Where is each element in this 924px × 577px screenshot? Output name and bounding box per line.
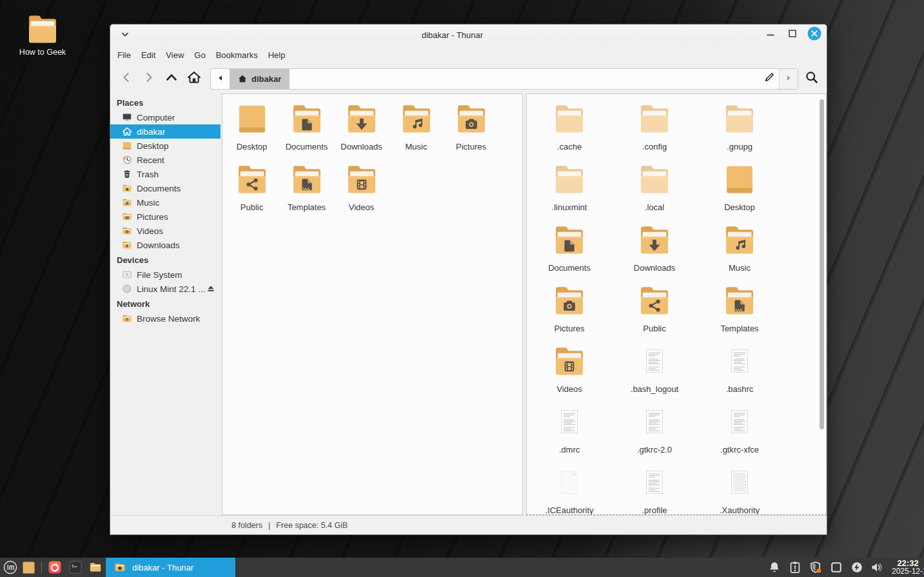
tray-volume-button[interactable] bbox=[871, 561, 884, 574]
titlebar[interactable]: dibakar - Thunar bbox=[110, 24, 827, 45]
file-item-pictures[interactable]: Pictures bbox=[444, 94, 498, 155]
folder-templates-icon bbox=[291, 164, 322, 195]
file-item-label: Templates bbox=[288, 203, 326, 212]
file-item-cache[interactable]: .cache bbox=[527, 94, 612, 155]
sidebar-item-recent[interactable]: Recent bbox=[110, 153, 221, 167]
file-item-music[interactable]: Music bbox=[697, 215, 782, 276]
taskbar-launcher-show-desktop[interactable] bbox=[21, 558, 36, 577]
file-item-bash-logout[interactable]: .bash_logout bbox=[612, 337, 697, 397]
sidebar-item-videos[interactable]: Videos bbox=[110, 224, 221, 238]
home-button[interactable] bbox=[182, 68, 205, 89]
back-button[interactable] bbox=[115, 68, 137, 89]
tray-security-button[interactable] bbox=[809, 561, 822, 574]
sidebar-item-file-system[interactable]: File System bbox=[110, 268, 221, 282]
firefox-icon bbox=[48, 561, 61, 574]
sidebar-item-label: Recent bbox=[137, 155, 164, 165]
sidebar-item-pictures[interactable]: Pictures bbox=[110, 210, 221, 224]
file-item-public[interactable]: Public bbox=[224, 155, 279, 215]
close-button[interactable] bbox=[807, 28, 821, 42]
file-item-config[interactable]: .config bbox=[612, 94, 697, 155]
eject-icon[interactable] bbox=[206, 284, 216, 294]
file-item-gtkrc-xfce[interactable]: .gtkrc-xfce bbox=[697, 397, 782, 458]
taskbar: $ dibakar - Thunar bbox=[0, 558, 924, 577]
file-item-templates[interactable]: Templates bbox=[279, 155, 334, 215]
minimize-button[interactable] bbox=[763, 28, 777, 42]
taskbar-window-button[interactable]: dibakar - Thunar bbox=[106, 558, 235, 577]
file-item-local[interactable]: .local bbox=[612, 155, 697, 215]
file-item-music[interactable]: Music bbox=[389, 94, 444, 155]
file-item-dmrc[interactable]: .dmrc bbox=[527, 397, 612, 458]
menu-item-bookmarks[interactable]: Bookmarks bbox=[211, 48, 263, 63]
file-item-label: Videos bbox=[556, 385, 582, 394]
file-item-profile[interactable]: .profile bbox=[612, 458, 697, 515]
file-item-documents[interactable]: Documents bbox=[279, 94, 334, 155]
file-item-gtkrc-2-0[interactable]: .gtkrc-2.0 bbox=[612, 397, 697, 458]
forward-icon bbox=[143, 72, 155, 86]
file-item-downloads[interactable]: Downloads bbox=[612, 215, 697, 276]
taskbar-launcher-files[interactable] bbox=[88, 558, 103, 577]
sidebar-item-documents[interactable]: Documents bbox=[110, 181, 221, 195]
file-item-xauthority[interactable]: .Xauthority bbox=[697, 458, 782, 515]
folder-videos-icon bbox=[554, 346, 585, 377]
menu-item-view[interactable]: View bbox=[161, 48, 189, 63]
file-item-desktop[interactable]: Desktop bbox=[697, 155, 782, 215]
file-item-label: .ICEauthority bbox=[545, 506, 593, 515]
taskbar-launcher-mint-menu[interactable] bbox=[3, 558, 18, 577]
file-item-public[interactable]: Public bbox=[612, 276, 697, 337]
tray-updates-button[interactable] bbox=[789, 561, 801, 574]
sb-folder-downloads-icon bbox=[122, 240, 132, 250]
status-free-space: Free space: 5.4 GiB bbox=[276, 521, 348, 530]
file-item-videos[interactable]: Videos bbox=[334, 155, 389, 215]
file-item-label: .dmrc bbox=[559, 445, 580, 455]
file-item-gnupg[interactable]: .gnupg bbox=[697, 94, 782, 155]
sidebar-item-trash[interactable]: Trash bbox=[110, 167, 221, 181]
sidebar-item-dibakar[interactable]: dibakar bbox=[110, 124, 221, 139]
tray-power-button[interactable] bbox=[850, 561, 863, 574]
sidebar-item-browse-network[interactable]: Browse Network bbox=[110, 311, 221, 326]
menu-item-go[interactable]: Go bbox=[189, 48, 210, 63]
taskbar-clock[interactable]: 22:32 2025-12-11 bbox=[892, 559, 924, 576]
file-item-linuxmint[interactable]: .linuxmint bbox=[527, 155, 612, 215]
folder-documents-icon bbox=[291, 103, 322, 134]
sidebar-item-label: Computer bbox=[137, 113, 175, 122]
taskbar-separator bbox=[41, 562, 42, 573]
path-scroll-left-button[interactable] bbox=[211, 69, 230, 89]
file-pane-right[interactable]: .cache .config .gnupg .linuxmint .local … bbox=[526, 93, 827, 515]
tray-notifications-button[interactable] bbox=[768, 561, 781, 574]
file-item-desktop[interactable]: Desktop bbox=[224, 94, 279, 155]
show-desktop-icon bbox=[23, 562, 35, 574]
edit-path-button[interactable] bbox=[760, 69, 779, 89]
sidebar-item-music[interactable]: Music bbox=[110, 195, 221, 210]
forward-button[interactable] bbox=[137, 68, 160, 89]
file-item-iceauthority[interactable]: .ICEauthority bbox=[527, 458, 612, 515]
file-item-pictures[interactable]: Pictures bbox=[527, 276, 612, 337]
search-button[interactable] bbox=[801, 68, 823, 89]
taskbar-launcher-terminal[interactable]: $ bbox=[68, 558, 83, 577]
tray-workspace-button[interactable] bbox=[830, 561, 843, 574]
path-entry[interactable] bbox=[290, 69, 760, 89]
menu-item-help[interactable]: Help bbox=[263, 48, 291, 63]
toolbar: dibakar bbox=[110, 65, 827, 92]
menu-item-file[interactable]: File bbox=[112, 48, 136, 63]
sidebar-item-downloads[interactable]: Downloads bbox=[110, 238, 221, 252]
path-bar[interactable]: dibakar bbox=[210, 68, 798, 90]
scrollbar-thumb[interactable] bbox=[820, 99, 824, 429]
path-scroll-right-button[interactable] bbox=[779, 69, 798, 89]
menu-item-edit[interactable]: Edit bbox=[136, 48, 161, 63]
file-item-videos[interactable]: Videos bbox=[527, 337, 612, 397]
file-item-downloads[interactable]: Downloads bbox=[334, 94, 389, 155]
sidebar-item-linux-mint-22-1[interactable]: Linux Mint 22.1 ... bbox=[110, 282, 221, 296]
desktop-shortcut-how-to-geek[interactable]: How to Geek bbox=[12, 14, 74, 57]
sidebar-item-desktop[interactable]: Desktop bbox=[110, 139, 221, 153]
file-pane-left[interactable]: Desktop Documents Downloads Music Pictur… bbox=[222, 93, 523, 515]
file-item-bashrc[interactable]: .bashrc bbox=[697, 337, 782, 397]
up-button[interactable] bbox=[160, 68, 182, 89]
file-item-label: .local bbox=[645, 203, 664, 212]
file-item-templates[interactable]: Templates bbox=[697, 276, 782, 337]
breadcrumb-home-button[interactable]: dibakar bbox=[230, 69, 290, 89]
sidebar-item-label: Browse Network bbox=[137, 314, 200, 324]
file-item-documents[interactable]: Documents bbox=[527, 215, 612, 276]
sidebar-item-computer[interactable]: Computer bbox=[110, 110, 221, 124]
maximize-button[interactable] bbox=[785, 28, 799, 42]
taskbar-launcher-firefox[interactable] bbox=[47, 558, 63, 577]
